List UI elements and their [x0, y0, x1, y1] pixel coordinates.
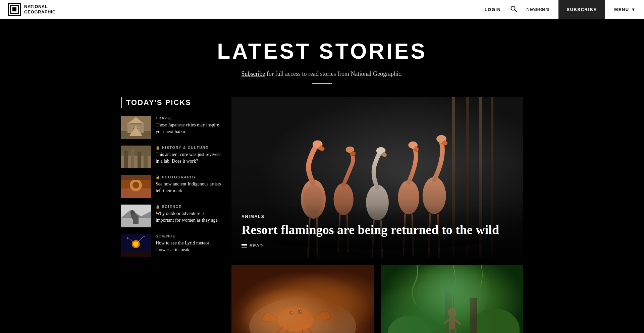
svg-line-73: [279, 329, 288, 333]
divider: [312, 83, 332, 84]
crab-image: [231, 265, 374, 333]
story-title: How to see the Lyrid meteor shower at it…: [156, 240, 221, 253]
story-info: 🔒 PHOTOGRAPHY See how ancient Indigenous…: [156, 175, 221, 198]
thumbnail-japanese-image: [121, 116, 151, 139]
story-item[interactable]: 🔒 SCIENCE Why outdoor adventure is impor…: [121, 205, 221, 227]
svg-point-33: [127, 238, 128, 239]
thumbnail-adventure-image: [121, 205, 151, 227]
thumbnail-ancient-image: [121, 146, 151, 168]
story-thumbnail: [121, 205, 151, 227]
menu-button[interactable]: MENU ▼: [614, 7, 636, 12]
svg-point-35: [139, 240, 140, 240]
svg-point-77: [298, 310, 302, 314]
svg-rect-16: [144, 150, 148, 168]
svg-rect-14: [131, 149, 134, 168]
svg-line-90: [455, 329, 457, 333]
svg-rect-10: [133, 128, 138, 133]
featured-section: ANIMALS Resort flamingos are being retur…: [231, 97, 523, 333]
header-right: LOGIN Newsletters SUBSCRIBE MENU ▼: [485, 0, 636, 19]
content-layout: TODAY'S PICKS: [121, 97, 523, 333]
lock-icon: 🔒: [156, 205, 160, 209]
subscribe-link[interactable]: Subscribe: [241, 70, 265, 77]
story-info: TRAVEL These Japanese cities may inspire…: [156, 116, 221, 139]
featured-article[interactable]: ANIMALS Resort flamingos are being retur…: [231, 97, 523, 258]
story-title: See how ancient Indigenous artists left …: [156, 181, 221, 194]
svg-line-72: [272, 326, 283, 333]
svg-point-82: [470, 309, 520, 333]
search-icon[interactable]: [510, 5, 517, 14]
svg-rect-84: [470, 298, 477, 333]
svg-rect-83: [445, 291, 454, 333]
story-thumbnail: [121, 116, 151, 139]
todays-picks-label: TODAY'S PICKS: [126, 98, 191, 107]
svg-point-20: [132, 182, 139, 188]
main-content: LATEST STORIES Subscribe for full access…: [121, 19, 523, 333]
svg-rect-21: [121, 175, 151, 180]
subscribe-button[interactable]: SUBSCRIBE: [558, 0, 605, 19]
svg-rect-2: [12, 7, 16, 11]
story-item[interactable]: SCIENCE How to see the Lyrid meteor show…: [121, 234, 221, 257]
story-thumbnail: [121, 146, 151, 168]
chevron-down-icon: ▼: [631, 7, 636, 12]
todays-picks-sidebar: TODAY'S PICKS: [121, 97, 221, 264]
svg-point-76: [289, 311, 293, 315]
svg-point-81: [388, 316, 431, 333]
lock-icon: 🔒: [156, 175, 160, 179]
svg-rect-69: [231, 265, 374, 333]
story-category: SCIENCE: [156, 234, 221, 238]
bottom-row: [231, 265, 523, 333]
logo-icon: [8, 3, 21, 16]
svg-line-89: [448, 329, 450, 333]
featured-title: Resort flamingos are being returned to t…: [241, 222, 513, 238]
svg-rect-6: [121, 131, 151, 139]
todays-picks-header: TODAY'S PICKS: [121, 97, 221, 108]
story-item[interactable]: TRAVEL These Japanese cities may inspire…: [121, 116, 221, 139]
svg-rect-15: [138, 152, 141, 168]
svg-rect-23: [121, 218, 151, 227]
story-title: Why outdoor adventure is important for w…: [156, 210, 221, 223]
svg-rect-13: [124, 151, 128, 168]
svg-point-78: [291, 312, 293, 313]
story-info: 🔒 SCIENCE Why outdoor adventure is impor…: [156, 205, 221, 227]
page-subtitle: Subscribe for full access to read storie…: [121, 70, 523, 77]
featured-overlay: ANIMALS Resort flamingos are being retur…: [231, 204, 523, 258]
story-thumbnail: [121, 234, 151, 257]
read-link[interactable]: READ: [241, 243, 513, 248]
forest-image: [381, 265, 523, 333]
newsletters-link[interactable]: Newsletters: [526, 7, 549, 12]
story-thumbnail: [121, 175, 151, 198]
picks-accent-bar: [121, 97, 122, 108]
svg-point-71: [278, 307, 313, 332]
story-info: 🔒 HISTORY & CULTURE This ancient cure wa…: [156, 146, 221, 168]
story-category: TRAVEL: [156, 116, 221, 120]
site-header: NATIONAL GEOGRAPHIC LOGIN Newsletters SU…: [0, 0, 644, 19]
logo-text: NATIONAL GEOGRAPHIC: [24, 4, 56, 14]
story-category: 🔒 HISTORY & CULTURE: [156, 146, 221, 150]
svg-line-75: [308, 328, 317, 333]
svg-rect-80: [381, 265, 523, 333]
bottom-card-forest[interactable]: [381, 265, 523, 333]
thumbnail-meteor-image: [121, 234, 151, 257]
svg-point-70: [249, 298, 356, 333]
story-item[interactable]: 🔒 PHOTOGRAPHY See how ancient Indigenous…: [121, 175, 221, 198]
thumbnail-indigenous-image: [121, 175, 151, 198]
story-info: SCIENCE How to see the Lyrid meteor show…: [156, 234, 221, 257]
featured-category: ANIMALS: [241, 214, 513, 219]
bottom-card-crab[interactable]: [231, 265, 374, 333]
svg-point-34: [144, 236, 145, 237]
login-button[interactable]: LOGIN: [485, 7, 501, 12]
story-title: These Japanese cities may inspire your n…: [156, 122, 221, 135]
read-lines-icon: [241, 244, 247, 247]
lock-icon: 🔒: [156, 146, 160, 150]
story-item[interactable]: 🔒 HISTORY & CULTURE This ancient cure wa…: [121, 146, 221, 168]
story-category: 🔒 PHOTOGRAPHY: [156, 175, 221, 179]
logo[interactable]: NATIONAL GEOGRAPHIC: [8, 3, 56, 16]
svg-rect-86: [449, 316, 455, 329]
svg-line-87: [443, 319, 449, 325]
svg-line-4: [515, 10, 517, 12]
svg-point-26: [130, 211, 134, 214]
svg-point-85: [448, 308, 457, 317]
story-category: 🔒 SCIENCE: [156, 205, 221, 209]
svg-point-79: [300, 311, 301, 312]
story-title: This ancient cure was just revived in a …: [156, 151, 221, 164]
